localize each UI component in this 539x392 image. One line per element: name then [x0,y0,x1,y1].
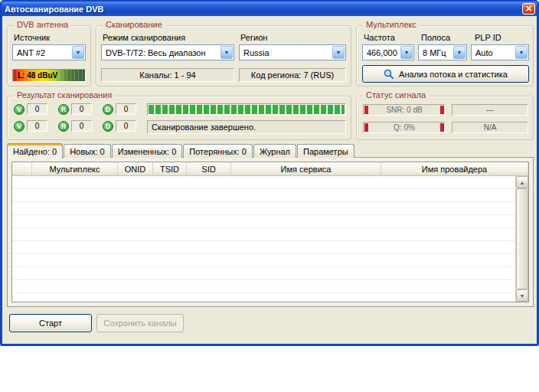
counter-cell: V 0 [14,120,47,132]
gauge-red-mark [364,123,368,132]
channels-range-field: Каналы: 1 - 94 [101,68,234,82]
counter-value: 0 [27,120,47,132]
scroll-down-icon[interactable]: ▼ [516,289,528,302]
column-header-onid[interactable]: ONID [118,162,153,176]
services-table: Мультиплекс ONID TSID SID Имя сервиса Им… [11,162,529,302]
column-header-provider-name[interactable]: Имя провайдера [381,162,528,176]
chevron-down-icon[interactable]: ▼ [220,46,233,59]
column-header-blank[interactable] [12,162,32,176]
signal-level-meter: L: 48 dBuV [12,69,86,82]
region-code-field: Код региона: 7 (RUS) [239,68,346,82]
frequency-value: 466,000 [367,48,397,57]
counter-cell: R 0 [58,120,92,132]
scan-mode-select[interactable]: DVB-T/T2: Весь диапазон ▼ [101,44,234,60]
analyze-stream-label: Анализ потока и статистика [399,70,508,79]
bandwidth-label: Полоса [421,33,450,42]
chevron-down-icon[interactable]: ▼ [400,46,413,59]
scanning-group-title: Сканирование [103,20,165,29]
column-header-tsid[interactable]: TSID [153,162,187,176]
counter-cell: R 0 [58,103,92,115]
region-label: Регион [240,33,267,42]
chevron-down-icon[interactable]: ▼ [332,46,345,59]
scan-status-field: Сканирование завершено. [147,120,346,134]
window-title: Автосканирование DVB [5,5,104,14]
counter-value: 0 [116,103,136,115]
antenna-group: DVB антенна Источник ANT #2 ▼ L: 48 dBuV [7,25,91,87]
radio-counter-icon: R [58,121,69,132]
result-tabs: Найдено: 0 Новых: 0 Измененных: 0 Потеря… [7,142,355,158]
plp-value: Auto [475,48,493,57]
scan-mode-label: Режим сканирования [103,33,185,42]
column-header-sid[interactable]: SID [187,162,231,176]
services-table-header: Мультиплекс ONID TSID SID Имя сервиса Им… [12,162,528,176]
signal-status-group: Статус сигнала SNR: 0 dB --- Q: 0% N/A [356,96,534,140]
counter-value: 0 [71,120,92,132]
column-header-service-name[interactable]: Имя сервиса [231,162,381,176]
multiplex-group: Мультиплекс Частота Полоса PLP ID 466,00… [356,25,534,87]
bandwidth-select[interactable]: 8 МГц ▼ [418,44,467,60]
snr-gauge: SNR: 0 dB [363,104,446,116]
save-channels-button: Сохранить каналы [96,314,184,332]
tab-found[interactable]: Найдено: 0 [7,143,63,158]
chevron-down-icon[interactable]: ▼ [453,46,466,59]
scan-mode-value: DVB-T/T2: Весь диапазон [106,48,206,57]
close-icon[interactable]: ✕ [522,3,535,15]
gauge-red-mark [440,106,444,114]
counter-cell: V 0 [14,103,47,115]
title-bar[interactable]: Автосканирование DVB ✕ [2,2,537,16]
region-value: Russia [243,48,270,57]
scan-result-group: Результат сканирования V 0 R 0 D 0 V 0 [7,96,351,140]
desktop-background: Автосканирование DVB ✕ DVB антенна Источ… [0,0,539,392]
counter-value: 0 [27,103,47,115]
scan-result-group-title: Результат сканирования [14,90,115,100]
counter-cell: D 0 [103,120,136,132]
tab-log[interactable]: Журнал [253,144,296,158]
region-select[interactable]: Russia ▼ [239,44,346,60]
frequency-input[interactable]: 466,000 ▼ [362,44,414,60]
chevron-down-icon[interactable]: ▼ [72,46,84,59]
snr-text: SNR: 0 dB [386,106,422,114]
column-header-multiplex[interactable]: Мультиплекс [32,162,118,176]
scan-progress-bar [147,103,346,116]
plp-label: PLP ID [475,33,501,42]
services-table-body [12,176,515,302]
quality-gauge: Q: 0% [363,122,446,133]
scrollbar-thumb[interactable] [516,188,528,289]
source-value: ANT #2 [17,48,45,57]
multiplex-group-title: Мультиплекс [363,20,420,29]
source-label: Источник [14,33,50,42]
scroll-up-icon[interactable]: ▲ [516,176,528,188]
found-tab-panel: Мультиплекс ONID TSID SID Имя сервиса Им… [7,157,534,307]
data-counter-icon: D [103,104,113,115]
frequency-label: Частота [364,33,395,42]
vertical-scrollbar[interactable]: ▲ ▼ [515,176,528,302]
signal-status-group-title: Статус сигнала [363,90,429,100]
quality-text: Q: 0% [394,123,415,132]
start-button[interactable]: Старт [9,314,92,332]
bandwidth-value: 8 МГц [423,48,446,57]
plp-select[interactable]: Auto ▼ [471,44,529,60]
counter-value: 0 [116,120,136,132]
tab-new[interactable]: Новых: 0 [64,144,111,158]
search-icon [384,69,394,80]
antenna-group-title: DVB антенна [14,20,71,29]
counter-value: 0 [71,103,92,115]
tv-counter-icon: V [14,104,24,115]
analyze-stream-button[interactable]: Анализ потока и статистика [362,65,529,83]
tab-parameters[interactable]: Параметры [297,144,354,158]
scan-progress-fill [149,105,345,114]
snr-value-field: --- [452,104,528,116]
gauge-red-mark [440,123,444,132]
source-select[interactable]: ANT #2 ▼ [12,44,86,60]
level-text: L: 48 dBuV [18,71,57,80]
counter-cell: D 0 [103,103,136,115]
radio-counter-icon: R [58,104,69,115]
data-counter-icon: D [103,121,113,132]
tv-counter-icon: V [14,121,24,132]
window-body: DVB антенна Источник ANT #2 ▼ L: 48 dBuV… [2,16,537,343]
dvb-autoscan-window: Автосканирование DVB ✕ DVB антенна Источ… [0,0,539,346]
tab-changed[interactable]: Измененных: 0 [112,144,183,158]
tab-lost[interactable]: Потерянных: 0 [183,144,253,158]
chevron-down-icon[interactable]: ▼ [515,46,528,59]
scanning-group: Сканирование Режим сканирования Регион D… [96,25,351,87]
